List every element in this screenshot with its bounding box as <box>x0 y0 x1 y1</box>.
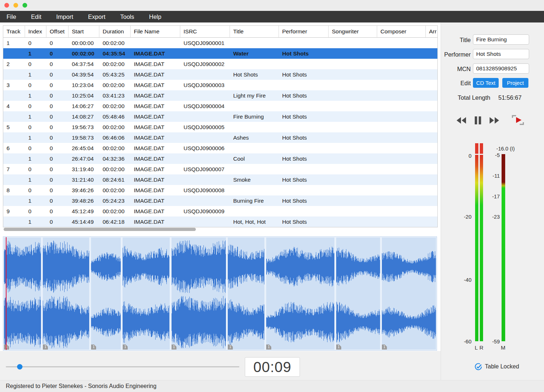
total-length-label: Total Length <box>458 94 490 101</box>
cell-composer <box>377 143 426 153</box>
menu-export[interactable]: Export <box>88 13 106 20</box>
waveform-segment[interactable]: 1 <box>43 238 89 350</box>
cell-start: 19:58:73 <box>69 132 99 143</box>
col-track[interactable]: Track <box>3 26 25 38</box>
cell-title: Ashes <box>230 132 279 143</box>
col-file-name[interactable]: File Name <box>131 26 180 38</box>
menu-help[interactable]: Help <box>149 13 161 20</box>
waveform-segment[interactable]: 1 <box>123 238 169 350</box>
right-panel: Title Performer MCN Edit CD Text Project… <box>441 22 544 392</box>
table-row[interactable]: 1010:25:0403:41:23IMAGE.DATLight my Fire… <box>3 90 437 101</box>
table-row[interactable]: 1000:02:0004:35:54IMAGE.DATWaterHot Shot… <box>3 48 437 59</box>
table-row[interactable]: 1019:58:7306:46:06IMAGE.DATAshesHot Shot… <box>3 132 437 143</box>
col-start[interactable]: Start <box>69 26 99 38</box>
project-button[interactable]: Project <box>502 78 528 88</box>
cell-isrc <box>180 132 230 143</box>
waveform-segment[interactable]: 1 <box>228 238 264 350</box>
col-composer[interactable]: Composer <box>377 26 426 38</box>
window-titlebar <box>0 0 544 11</box>
position-slider[interactable] <box>6 366 239 367</box>
table-row[interactable]: 80039:46:2600:02:00IMAGE.DATUSQDJ0900008 <box>3 185 437 195</box>
cell-title <box>230 164 279 174</box>
table-row[interactable]: 1004:39:5405:43:25IMAGE.DATHot ShotsHot … <box>3 69 437 80</box>
cell-arr <box>426 101 437 111</box>
playhead[interactable] <box>6 237 7 350</box>
waveform-segment[interactable]: 1 <box>172 238 226 350</box>
col-performer[interactable]: Performer <box>279 26 329 38</box>
table-row[interactable]: 1026:47:0404:32:36IMAGE.DATCoolHot Shots <box>3 153 437 164</box>
menu-edit[interactable]: Edit <box>31 13 41 20</box>
table-row[interactable]: 70031:19:4000:02:00IMAGE.DATUSQDJ0900007 <box>3 164 437 174</box>
cell-index: 0 <box>25 206 46 216</box>
cell-track: 7 <box>3 164 25 174</box>
cell-performer: Hot Shots <box>279 132 329 143</box>
cell-performer: Hot Shots <box>279 69 329 80</box>
col-isrc[interactable]: ISRC <box>180 26 230 38</box>
col-songwriter[interactable]: Songwriter <box>329 26 377 38</box>
table-row[interactable]: 60026:45:0400:02:00IMAGE.DATUSQDJ0900006 <box>3 143 437 153</box>
table-row[interactable]: 20004:37:5400:02:00IMAGE.DATUSQDJ0900002 <box>3 59 437 69</box>
cell-file: IMAGE.DAT <box>131 101 180 111</box>
zoom-window-icon[interactable] <box>22 3 27 8</box>
table-row[interactable]: 30010:23:0400:02:00IMAGE.DATUSQDJ0900003 <box>3 80 437 90</box>
cell-index: 1 <box>25 195 46 206</box>
menu-import[interactable]: Import <box>56 13 73 20</box>
cell-composer <box>377 206 426 216</box>
cell-track <box>3 153 25 164</box>
cell-file: IMAGE.DAT <box>131 48 180 59</box>
cell-performer <box>279 143 329 153</box>
cell-index: 1 <box>25 90 46 101</box>
cell-performer: Hot Shots <box>279 90 329 101</box>
table-row[interactable]: 1031:21:4008:24:61IMAGE.DATSmokeHot Shot… <box>3 174 437 185</box>
col-index[interactable]: Index <box>25 26 46 38</box>
play-from-marker-button[interactable] <box>511 115 524 127</box>
lr-scale-60: -60 <box>456 339 471 344</box>
col-offset[interactable]: Offset <box>46 26 69 38</box>
table-row[interactable]: 50019:56:7300:02:00IMAGE.DATUSQDJ0900005 <box>3 122 437 132</box>
table-row[interactable]: 90045:12:4900:02:00IMAGE.DATUSQDJ0900009 <box>3 206 437 216</box>
cell-songwriter <box>329 111 377 122</box>
col-arranger[interactable]: Arr <box>426 26 437 38</box>
cd-text-button[interactable]: CD Text <box>473 78 499 88</box>
position-slider-thumb[interactable] <box>17 364 22 370</box>
table-row[interactable]: 1045:14:4906:42:18IMAGE.DATHot, Hot, Hot… <box>3 216 437 227</box>
mcn-input[interactable] <box>473 63 529 74</box>
cell-performer: Hot Shots <box>279 174 329 185</box>
cell-songwriter <box>329 174 377 185</box>
cell-performer: Hot Shots <box>279 111 329 122</box>
col-duration[interactable]: Duration <box>99 26 131 38</box>
hscrollbar-thumb[interactable] <box>4 228 196 231</box>
cell-index: 1 <box>25 48 46 59</box>
title-input[interactable] <box>473 34 529 45</box>
table-row[interactable]: 1039:48:2605:24:23IMAGE.DATBurning FireH… <box>3 195 437 206</box>
menu-file[interactable]: File <box>7 13 16 20</box>
table-row[interactable]: 1014:08:2705:48:46IMAGE.DATFire BurningH… <box>3 111 437 122</box>
close-window-icon[interactable] <box>4 3 9 8</box>
cell-songwriter <box>329 206 377 216</box>
edit-label: Edit <box>441 78 471 88</box>
performer-input[interactable] <box>473 49 529 59</box>
fast-forward-button[interactable] <box>489 117 500 125</box>
waveform-segment[interactable]: 1 <box>4 238 41 350</box>
col-title[interactable]: Title <box>230 26 279 38</box>
waveform-segment[interactable]: 1 <box>382 238 436 350</box>
table-row[interactable]: 10000:00:0000:02:00USQDJ0900001 <box>3 38 437 48</box>
table-row[interactable]: 40014:06:2700:02:00IMAGE.DATUSQDJ0900004 <box>3 101 437 111</box>
menu-tools[interactable]: Tools <box>120 13 134 20</box>
cell-offset: 0 <box>46 174 69 185</box>
waveform-segment[interactable]: 1 <box>336 238 380 350</box>
cell-start: 04:37:54 <box>69 59 99 69</box>
cell-performer <box>279 101 329 111</box>
cell-offset: 0 <box>46 69 69 80</box>
pause-button[interactable] <box>474 116 482 126</box>
cell-track <box>3 90 25 101</box>
minimize-window-icon[interactable] <box>13 3 18 8</box>
cell-isrc: USQDJ0900002 <box>180 59 230 69</box>
waveform-segment[interactable]: 1 <box>266 238 334 350</box>
table-hscrollbar <box>3 228 437 231</box>
table-locked-checkbox[interactable]: Table Locked <box>474 363 519 371</box>
lr-scale-20: -20 <box>456 214 471 220</box>
rewind-button[interactable] <box>456 117 467 125</box>
loudness-meter <box>502 154 505 341</box>
waveform-segment[interactable]: 1 <box>91 238 121 350</box>
